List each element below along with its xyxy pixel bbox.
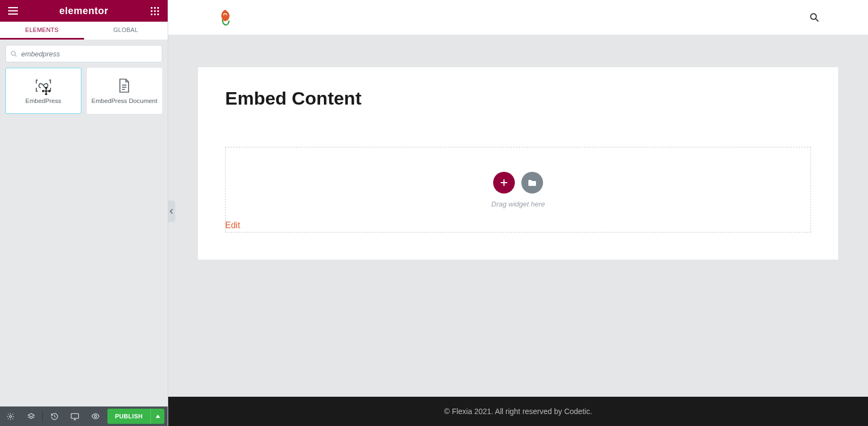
svg-rect-3	[151, 7, 152, 9]
divider	[42, 411, 43, 422]
page-canvas: Embed Content Drag widget here Edit	[198, 67, 838, 260]
panel-bottom-bar: PUBLISH	[0, 406, 168, 426]
dropzone-buttons	[493, 172, 543, 193]
widget-label: EmbedPress	[25, 98, 61, 104]
svg-rect-10	[154, 14, 156, 15]
svg-rect-2	[8, 14, 18, 15]
layers-icon	[27, 412, 35, 421]
embedpress-icon	[35, 78, 52, 93]
navigator-button[interactable]	[21, 406, 41, 426]
publish-group: PUBLISH	[107, 409, 164, 424]
svg-rect-9	[151, 14, 152, 15]
svg-rect-5	[157, 7, 159, 9]
menu-button[interactable]	[0, 0, 26, 22]
svg-rect-4	[154, 7, 156, 9]
svg-rect-11	[157, 14, 159, 15]
widget-grid: EmbedPress EmbedPress Document	[0, 68, 168, 114]
publish-button[interactable]: PUBLISH	[107, 409, 150, 424]
dropzone-hint: Drag widget here	[492, 200, 545, 208]
svg-marker-18	[28, 413, 34, 416]
publish-options-button[interactable]	[150, 409, 164, 424]
svg-rect-1	[8, 10, 18, 11]
document-icon	[118, 78, 131, 93]
elementor-panel: elementor ELEMENTS GLOBAL	[0, 0, 168, 426]
svg-point-24	[810, 14, 816, 20]
svg-line-13	[15, 55, 16, 56]
svg-rect-8	[157, 10, 159, 12]
search-wrap	[0, 40, 168, 68]
svg-rect-0	[8, 7, 18, 8]
history-button[interactable]	[44, 406, 65, 426]
grid-icon	[151, 7, 159, 15]
search-box[interactable]	[5, 45, 162, 62]
svg-marker-23	[156, 415, 160, 418]
panel-collapse-handle[interactable]	[168, 201, 175, 222]
panel-header: elementor	[0, 0, 168, 22]
svg-point-12	[11, 51, 15, 55]
footer-text: © Flexia 2021. All right reserved by Cod…	[444, 407, 592, 416]
site-footer: © Flexia 2021. All right reserved by Cod…	[168, 393, 868, 426]
svg-line-25	[816, 19, 819, 22]
settings-button[interactable]	[0, 406, 21, 426]
canvas-wrap: Embed Content Drag widget here Edit	[168, 35, 868, 263]
apps-button[interactable]	[142, 0, 168, 22]
widget-embedpress-document[interactable]: EmbedPress Document	[87, 68, 163, 114]
edit-link[interactable]: Edit	[225, 221, 240, 230]
add-section-button[interactable]	[493, 172, 515, 193]
drop-zone[interactable]: Drag widget here	[225, 147, 811, 233]
svg-point-22	[94, 415, 97, 417]
preview-button[interactable]	[85, 406, 106, 426]
plus-icon	[500, 178, 508, 187]
svg-point-17	[9, 415, 11, 417]
svg-rect-7	[154, 10, 156, 12]
hamburger-icon	[8, 7, 18, 15]
widget-label: EmbedPress Document	[92, 98, 157, 104]
tab-global[interactable]: GLOBAL	[84, 22, 168, 40]
caret-up-icon	[156, 415, 160, 418]
site-logo[interactable]	[217, 8, 233, 27]
widget-embedpress[interactable]: EmbedPress	[5, 68, 81, 114]
site-header	[168, 0, 868, 35]
tab-elements[interactable]: ELEMENTS	[0, 22, 84, 40]
history-icon	[50, 412, 59, 421]
gear-icon	[7, 412, 15, 421]
chevron-left-icon	[169, 209, 174, 214]
page-title: Embed Content	[225, 88, 811, 109]
search-icon	[809, 12, 819, 22]
svg-rect-6	[151, 10, 152, 12]
site-search-button[interactable]	[809, 12, 819, 22]
desktop-icon	[71, 412, 79, 421]
panel-tabs: ELEMENTS GLOBAL	[0, 22, 168, 40]
add-template-button[interactable]	[521, 172, 543, 193]
search-input[interactable]	[21, 50, 162, 58]
search-icon	[6, 50, 21, 57]
svg-rect-19	[71, 414, 78, 418]
preview-area: Embed Content Drag widget here Edit © Fl…	[168, 0, 868, 426]
responsive-button[interactable]	[65, 406, 85, 426]
folder-icon	[528, 179, 537, 186]
eye-icon	[91, 413, 100, 419]
brand-title: elementor	[26, 5, 142, 17]
